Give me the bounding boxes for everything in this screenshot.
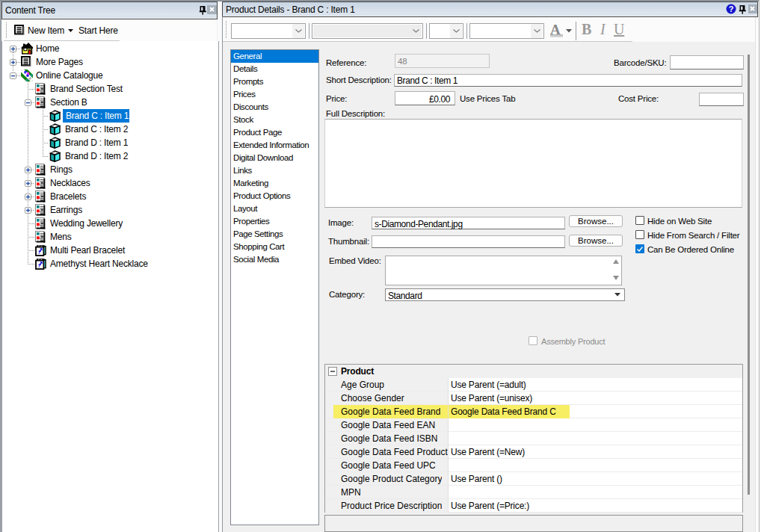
- svg-text:?: ?: [729, 4, 734, 13]
